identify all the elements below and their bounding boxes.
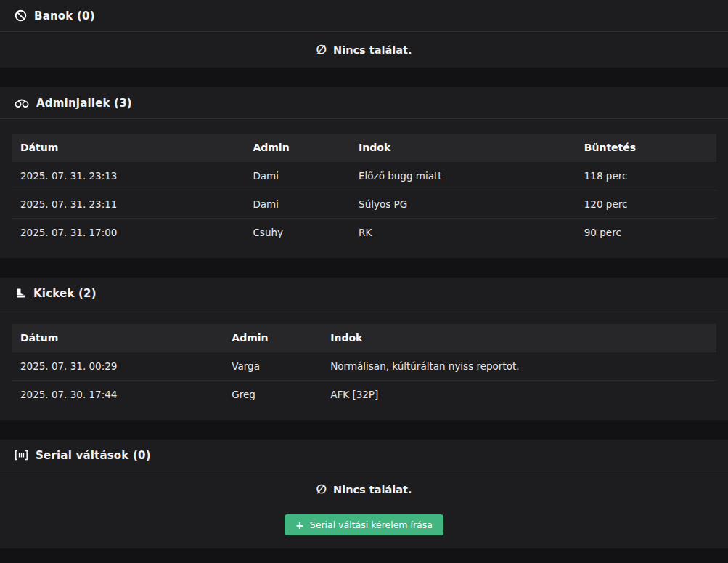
table-cell: 2025. 07. 31. 00:29 <box>12 352 223 380</box>
section-adminjailek: Adminjailek (3) Dátum Admin Indok Büntet… <box>0 87 728 258</box>
ban-icon <box>15 9 27 22</box>
table-row: 2025. 07. 31. 17:00 Csuhy RK 90 perc <box>12 218 716 246</box>
table-cell: 2025. 07. 31. 23:13 <box>12 161 244 190</box>
table-cell: Előző bugg miatt <box>350 161 576 190</box>
table-cell: Dami <box>244 161 350 190</box>
table-cell: 2025. 07. 30. 17:44 <box>12 380 223 408</box>
column-header: Admin <box>223 324 322 352</box>
section-title: Banok (0) <box>34 9 95 23</box>
serial-button-row: + Serial váltási kérelem írása <box>0 507 728 548</box>
table-cell: AFK [32P] <box>322 380 716 408</box>
table-row: 2025. 07. 31. 23:13 Dami Előző bugg miat… <box>12 161 716 190</box>
table-cell: 2025. 07. 31. 17:00 <box>12 218 244 246</box>
empty-text: Nincs találat. <box>333 44 412 56</box>
table-cell: RK <box>350 218 576 246</box>
handcuffs-icon <box>15 97 29 108</box>
kick-table: Dátum Admin Indok 2025. 07. 31. 00:29 Va… <box>12 324 716 408</box>
section-banok: Banok (0) ∅ Nincs találat. <box>0 0 728 68</box>
table-row: 2025. 07. 31. 23:11 Dami Súlyos PG 120 p… <box>12 190 716 218</box>
empty-state: ∅ Nincs találat. <box>0 32 728 68</box>
section-serial-header: Serial váltások (0) <box>0 440 728 471</box>
table-cell: 118 perc <box>576 161 716 190</box>
empty-set-icon: ∅ <box>316 483 327 495</box>
adminjail-table-wrap: Dátum Admin Indok Büntetés 2025. 07. 31.… <box>0 119 728 258</box>
empty-state: ∅ Nincs találat. <box>0 471 728 507</box>
kick-table-wrap: Dátum Admin Indok 2025. 07. 31. 00:29 Va… <box>0 309 728 420</box>
section-kickek-header: Kickek (2) <box>0 278 728 309</box>
serial-request-label: Serial váltási kérelem írása <box>310 519 433 530</box>
barcode-icon <box>15 450 28 461</box>
table-row: 2025. 07. 30. 17:44 Greg AFK [32P] <box>12 380 716 408</box>
empty-text: Nincs találat. <box>333 484 412 495</box>
boot-icon <box>15 288 26 299</box>
column-header: Büntetés <box>576 134 716 161</box>
table-cell: 120 perc <box>576 190 716 218</box>
section-kickek: Kickek (2) Dátum Admin Indok 2025. 07. 3… <box>0 278 728 420</box>
table-cell: Normálisan, kúltúráltan nyiss reportot. <box>322 352 716 380</box>
section-banok-header: Banok (0) <box>0 0 728 32</box>
column-header: Dátum <box>12 324 223 352</box>
plus-icon: + <box>295 520 304 530</box>
empty-set-icon: ∅ <box>316 44 327 56</box>
table-cell: Csuhy <box>244 218 350 246</box>
table-header-row: Dátum Admin Indok <box>12 324 716 352</box>
table-cell: Dami <box>244 190 350 218</box>
adminjail-table: Dátum Admin Indok Büntetés 2025. 07. 31.… <box>12 134 716 246</box>
column-header: Indok <box>350 134 576 161</box>
serial-request-button[interactable]: + Serial váltási kérelem írása <box>285 514 443 535</box>
column-header: Dátum <box>12 134 244 161</box>
table-cell: 2025. 07. 31. 23:11 <box>12 190 244 218</box>
section-title: Adminjailek (3) <box>36 97 132 110</box>
table-row: 2025. 07. 31. 00:29 Varga Normálisan, kú… <box>12 352 716 380</box>
table-cell: Súlyos PG <box>350 190 576 218</box>
section-title: Serial váltások (0) <box>36 449 151 462</box>
table-cell: 90 perc <box>576 218 716 246</box>
section-adminjailek-header: Adminjailek (3) <box>0 87 728 119</box>
table-header-row: Dátum Admin Indok Büntetés <box>12 134 716 161</box>
table-cell: Greg <box>223 380 322 408</box>
section-serial-valtasok: Serial váltások (0) ∅ Nincs találat. + S… <box>0 440 728 548</box>
page: Banok (0) ∅ Nincs találat. Adminjailek (… <box>0 0 728 563</box>
table-cell: Varga <box>223 352 322 380</box>
section-title: Kickek (2) <box>33 287 97 300</box>
column-header: Indok <box>322 324 716 352</box>
column-header: Admin <box>244 134 350 161</box>
